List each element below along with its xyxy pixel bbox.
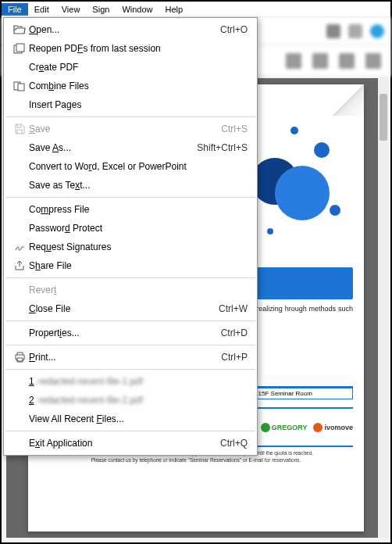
file-menu-dropdown[interactable]: Open... Ctrl+O Reopen PDFs from last ses… — [3, 17, 258, 456]
tool-icon-1[interactable] — [286, 53, 301, 69]
menu-save-text[interactable]: Save as Text... — [4, 176, 257, 195]
menu-open[interactable]: Open... Ctrl+O — [4, 20, 257, 39]
menu-save-as[interactable]: Save As... Shift+Ctrl+S — [4, 138, 257, 157]
menu-recent-2[interactable]: 2 redacted-recent-file-2.pdf — [4, 391, 257, 410]
svg-rect-1 — [16, 44, 24, 52]
menu-reopen[interactable]: Reopen PDFs from last session — [4, 39, 257, 58]
scrollbar-vertical[interactable] — [378, 78, 389, 538]
search-icon[interactable] — [326, 24, 340, 38]
menu-recent-1[interactable]: 1 redacted-recent-file-1.pdf — [4, 372, 257, 391]
tool-icon-3[interactable] — [339, 53, 355, 69]
menu-file[interactable]: File — [2, 3, 28, 16]
svg-rect-3 — [18, 84, 24, 91]
menu-sign[interactable]: Sign — [86, 3, 116, 16]
print-icon — [10, 352, 29, 363]
share-icon — [10, 260, 29, 271]
menu-convert[interactable]: Convert to Word, Excel or PowerPoint — [4, 157, 257, 176]
menu-properties[interactable]: Properties... Ctrl+D — [4, 324, 257, 342]
menu-combine[interactable]: Combine Files — [4, 77, 257, 95]
menu-close[interactable]: Close File Ctrl+W — [4, 299, 257, 318]
bell-icon[interactable] — [348, 24, 362, 38]
scrollbar-thumb[interactable] — [380, 94, 387, 141]
menu-password[interactable]: Password Protect — [4, 219, 257, 238]
menu-help[interactable]: Help — [159, 3, 190, 16]
pdf-stack-icon — [10, 43, 29, 54]
menu-signatures[interactable]: Request Signatures — [4, 238, 257, 256]
menu-create-pdf[interactable]: Create PDF — [4, 58, 257, 77]
tool-icon-2[interactable] — [312, 53, 328, 69]
avatar-icon[interactable] — [370, 24, 384, 38]
menubar[interactable]: File Edit View Sign Window Help — [2, 2, 390, 17]
combine-icon — [10, 81, 29, 91]
menu-share[interactable]: Share File — [4, 256, 257, 275]
menu-view-all-recent[interactable]: View All Recent Files... — [4, 410, 257, 428]
menu-view[interactable]: View — [55, 3, 87, 16]
menu-save: Save Ctrl+S — [4, 120, 257, 138]
menu-insert-pages[interactable]: Insert Pages — [4, 95, 257, 114]
tool-icon-4[interactable] — [365, 53, 381, 69]
menu-print[interactable]: Print... Ctrl+P — [4, 348, 257, 367]
folder-open-icon — [10, 24, 29, 35]
menu-revert: Revert — [4, 281, 257, 299]
menu-edit[interactable]: Edit — [28, 3, 55, 16]
menu-exit[interactable]: Exit Application Ctrl+Q — [4, 434, 257, 453]
signature-icon — [10, 242, 29, 252]
menu-window[interactable]: Window — [116, 3, 159, 16]
save-icon — [10, 123, 29, 134]
menu-compress[interactable]: Compress File — [4, 200, 257, 219]
